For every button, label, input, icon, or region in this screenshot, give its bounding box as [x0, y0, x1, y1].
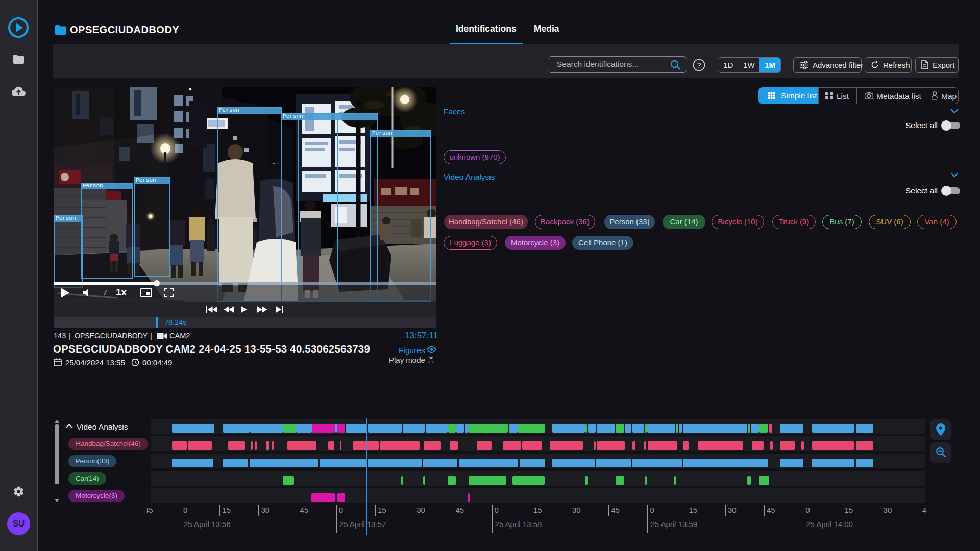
svg-text:?: ?: [697, 61, 701, 69]
